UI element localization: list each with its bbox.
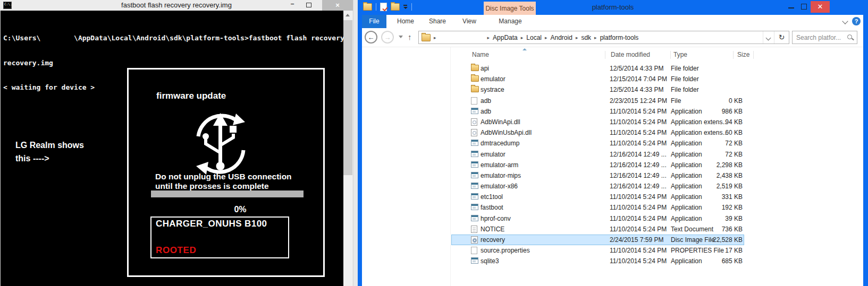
column-header-type[interactable]: Type xyxy=(673,51,687,58)
cmd-close-button[interactable]: × xyxy=(322,0,353,11)
tab-share[interactable]: Share xyxy=(422,15,453,28)
file-row[interactable]: emulator-arm 12/16/2014 12:49 ... Applic… xyxy=(451,160,744,170)
file-size: 60 KB xyxy=(690,129,743,136)
file-row[interactable]: AdbWinUsbApi.dll 11/10/2014 5:24 PM Appl… xyxy=(451,127,744,138)
folder-icon xyxy=(471,75,479,82)
file-row[interactable]: fastboot 11/10/2014 5:24 PM Application … xyxy=(451,202,744,213)
file-row[interactable]: etc1tool 11/10/2014 5:24 PM Application … xyxy=(451,192,744,202)
breadcrumb: ▸▸AppData▸Local▸Android▸sdk▸platform-too… xyxy=(431,31,763,44)
tab-home[interactable]: Home xyxy=(390,15,422,28)
file-date-modified: 11/10/2014 5:24 PM xyxy=(610,193,667,201)
navigation-pane-separator xyxy=(450,47,451,286)
help-button[interactable]: ? xyxy=(852,17,861,25)
cmd-titlebar[interactable]: C:\. fastboot flash recovery recovery.im… xyxy=(0,0,353,11)
file-row[interactable]: adb 11/10/2014 5:24 PM Application 986 K… xyxy=(451,106,744,117)
file-name: recovery xyxy=(481,236,505,244)
breadcrumb-item[interactable]: Local xyxy=(526,34,542,41)
file-icon xyxy=(471,247,477,254)
breadcrumb-item[interactable]: AppData xyxy=(493,34,518,41)
file-row[interactable]: emulator 12/15/2014 7:04 PM File folder xyxy=(451,74,744,84)
app-icon xyxy=(471,172,478,178)
file-name: emulator xyxy=(481,151,505,158)
progress-percent: 0% xyxy=(229,205,252,214)
file-name: dmtracedump xyxy=(481,140,519,147)
cmd-scrollbar[interactable] xyxy=(343,11,352,286)
explorer-minimize-button[interactable] xyxy=(788,7,794,8)
tab-file[interactable]: File xyxy=(362,15,386,28)
column-header-name[interactable]: Name xyxy=(472,51,489,58)
current-folder-icon xyxy=(422,34,431,41)
breadcrumb-chevron-icon[interactable]: ▸ xyxy=(594,35,597,40)
file-date-modified: 11/10/2014 5:24 PM xyxy=(610,118,667,126)
column-separator[interactable] xyxy=(753,51,754,59)
file-row[interactable]: recovery 2/24/2015 7:59 PM Disc Image Fi… xyxy=(451,235,744,245)
breadcrumb-item[interactable]: sdk xyxy=(581,34,591,41)
file-row[interactable]: hprof-conv 11/10/2014 5:24 PM Applicatio… xyxy=(451,213,744,224)
file-row[interactable]: emulator-mips 12/16/2014 12:49 ... Appli… xyxy=(451,170,744,181)
breadcrumb-chevron-icon[interactable]: ▸ xyxy=(434,35,436,40)
file-row[interactable]: NOTICE 11/10/2014 5:24 PM Text Document … xyxy=(451,224,744,235)
explorer-close-button[interactable]: ✕ xyxy=(811,1,830,13)
file-name: sqlite3 xyxy=(481,257,499,265)
text-icon xyxy=(471,226,477,233)
ribbon-tab-bar: File Home Share View Manage ? xyxy=(362,15,863,28)
dll-icon xyxy=(471,118,477,126)
file-date-modified: 11/10/2014 5:24 PM xyxy=(610,204,667,211)
file-size: 72 KB xyxy=(690,140,743,147)
explorer-window: platform-tools Disc Image Tools ✕ File H… xyxy=(358,0,868,286)
search-box[interactable] xyxy=(792,31,857,44)
file-size: 72 KB xyxy=(690,151,743,158)
collapse-ribbon-chevron-icon[interactable] xyxy=(843,19,848,24)
search-input[interactable] xyxy=(793,34,846,41)
tab-manage[interactable]: Manage xyxy=(492,15,529,28)
file-name: api xyxy=(481,65,489,72)
cmd-window-title: fastboot flash recovery recovery.img xyxy=(0,1,353,9)
app-icon xyxy=(471,151,478,157)
file-row[interactable]: source.properties 11/10/2014 5:24 PM PRO… xyxy=(451,245,744,256)
file-row[interactable]: emulator-x86 12/16/2014 12:49 ... Applic… xyxy=(451,181,744,192)
file-row[interactable]: adb 2/23/2015 12:24 PM File 0 KB xyxy=(451,96,744,106)
cmd-minimize-button[interactable]: – xyxy=(288,0,297,11)
column-header-date-modified[interactable]: Date modified xyxy=(611,51,650,58)
refresh-button[interactable]: ↻ xyxy=(774,31,789,44)
file-size: 94 KB xyxy=(690,118,743,126)
address-breadcrumb-bar[interactable]: ▸▸AppData▸Local▸Android▸sdk▸platform-too… xyxy=(418,31,789,44)
column-separator[interactable] xyxy=(670,51,671,59)
back-button[interactable]: ← xyxy=(365,31,377,44)
file-row[interactable]: dmtracedump 11/10/2014 5:24 PM Applicati… xyxy=(451,138,744,149)
recent-locations-caret-icon[interactable] xyxy=(399,36,403,38)
breadcrumb-chevron-icon[interactable]: ▸ xyxy=(521,35,524,40)
file-row[interactable]: AdbWinApi.dll 11/10/2014 5:24 PM Applica… xyxy=(451,117,744,127)
up-one-level-button[interactable]: ↑ xyxy=(408,32,412,41)
device-status-box: CHARGER_ONUHS B100 ROOTED xyxy=(150,216,289,258)
column-separator[interactable] xyxy=(733,51,734,59)
file-name: NOTICE xyxy=(481,226,504,233)
file-size: 22,528 KB xyxy=(690,236,743,244)
breadcrumb-chevron-icon[interactable]: ▸ xyxy=(576,35,578,40)
column-header-size[interactable]: Size xyxy=(737,51,749,58)
tab-view[interactable]: View xyxy=(454,15,484,28)
console-line: C:\Users\ \AppData\Local\Android\sdk\pla… xyxy=(3,34,344,42)
breadcrumb-chevron-icon[interactable]: ▸ xyxy=(545,35,547,40)
breadcrumb-item[interactable]: platform-tools xyxy=(600,34,639,41)
forward-button[interactable]: → xyxy=(381,31,394,44)
app-icon xyxy=(471,193,478,200)
file-size: 2,519 KB xyxy=(690,183,743,190)
breadcrumb-chevron-icon[interactable]: ▸ xyxy=(487,35,490,40)
cmd-window: C:\. fastboot flash recovery recovery.im… xyxy=(0,0,353,286)
column-headers: Name Date modified Type Size xyxy=(451,48,760,61)
file-row[interactable]: systrace 12/5/2014 4:33 PM File folder xyxy=(451,84,744,95)
file-size: 17 KB xyxy=(690,247,743,254)
address-dropdown-chevron-icon[interactable] xyxy=(763,31,774,44)
folder-icon xyxy=(471,86,479,92)
firmware-screen-illustration: firmware update xyxy=(127,68,325,277)
file-row[interactable]: api 12/5/2014 4:33 PM File folder xyxy=(451,63,744,74)
scroll-up-arrow-icon[interactable] xyxy=(343,11,352,20)
cmd-restore-button[interactable] xyxy=(304,0,314,11)
file-row[interactable]: emulator 12/16/2014 12:49 ... Applicatio… xyxy=(451,149,744,160)
file-row[interactable]: sqlite3 11/10/2014 5:24 PM Application 6… xyxy=(451,256,744,266)
scrollbar-thumb[interactable] xyxy=(343,20,352,175)
breadcrumb-item[interactable]: Android xyxy=(551,34,572,41)
explorer-maximize-button[interactable] xyxy=(801,4,807,10)
column-separator[interactable] xyxy=(605,51,605,59)
